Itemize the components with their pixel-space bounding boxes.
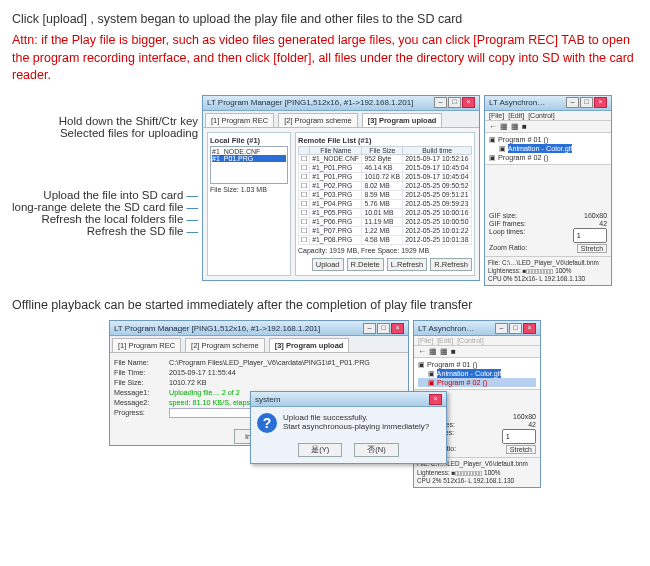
callout-selected: Selected files for uploading xyxy=(12,127,198,139)
table-row[interactable]: ☐#1_P07.PRG1.22 MB2012-05-25 10:01:22 xyxy=(299,226,472,235)
tree-item[interactable]: ▣ Program # 01 () xyxy=(418,360,536,369)
progress-label: Progress: xyxy=(114,408,169,418)
gif-frames-label: GIF frames: xyxy=(489,220,526,227)
props-panel: GIF size:160x80 GIF frames:42 Loop times… xyxy=(485,209,611,256)
tab-upload[interactable]: [3] Program upload xyxy=(269,338,350,352)
tool-grid2-icon[interactable]: ▦ xyxy=(440,347,448,356)
table-row[interactable]: ☐#1_P08.PRG4.58 MB2012-05-25 10:01:38 xyxy=(299,235,472,244)
titlebar: system × xyxy=(251,392,446,407)
upload-button[interactable]: Upload xyxy=(312,258,344,271)
maximize-icon[interactable]: □ xyxy=(580,97,593,108)
dialog-title: system xyxy=(255,395,280,404)
table-row[interactable]: ☐#1_P01.PRG1010.72 KB2015-09-17 10:45:04 xyxy=(299,172,472,181)
tab-scheme[interactable]: [2] Program scheme xyxy=(185,338,265,352)
local-title: Local File (#1) xyxy=(210,135,288,146)
callout-upload: Upload the file into SD card — xyxy=(12,189,198,201)
rdelete-button[interactable]: R.Delete xyxy=(347,258,384,271)
figure-2: LT Program Manager [PING1,512x16, #1->19… xyxy=(12,320,638,488)
close-icon[interactable]: × xyxy=(429,394,442,405)
loop-input[interactable] xyxy=(573,228,607,243)
dialog-line2: Start asynchronous-playing immediately? xyxy=(283,422,429,431)
table-row[interactable]: ☐#1_P02.PRG8.02 MB2012-05-25 09:50:52 xyxy=(299,181,472,190)
cpu-status: CPU 2% 512x16- L 192.168.1.130 xyxy=(417,477,537,485)
col-check xyxy=(299,146,310,154)
file-name-label: File Name: xyxy=(114,358,169,367)
table-row[interactable]: ☐#1_P03.PRG8.59 MB2012-05-25 09:51:21 xyxy=(299,190,472,199)
tool-grid-icon[interactable]: ▦ xyxy=(429,347,437,356)
dialog-message: Upload file successfully. Start asynchro… xyxy=(283,413,429,431)
gif-size-value: 160x80 xyxy=(584,212,607,219)
table-row[interactable]: ☐#1_P06.PRG11.19 MB2012-05-25 10:00:50 xyxy=(299,217,472,226)
tab-rec[interactable]: [1] Program REC xyxy=(205,113,274,127)
minimize-icon[interactable]: – xyxy=(363,323,376,334)
tree-item[interactable]: ▣ Program # 01 () xyxy=(489,135,607,144)
tool-back-icon[interactable]: ← xyxy=(489,122,497,131)
tree-item[interactable]: ▣ Program # 02 () xyxy=(489,153,607,162)
zoom-value: Stretch xyxy=(577,244,607,253)
local-group: Local File (#1) #1_NODE.CNF #1_P01.PRG F… xyxy=(207,132,291,276)
tab-upload[interactable]: [3] Program upload xyxy=(362,113,443,127)
tree-item[interactable]: ▣ Animation - Color.gif xyxy=(489,144,607,153)
local-listbox[interactable]: #1_NODE.CNF #1_P01.PRG xyxy=(210,146,288,184)
toolbar: ← ▦ ▦ ■ xyxy=(485,121,611,133)
rrefresh-button[interactable]: R.Refresh xyxy=(430,258,472,271)
file-name-value: C:\Program Files\LED_Player_V6\cardata\P… xyxy=(169,358,370,367)
close-icon[interactable]: × xyxy=(594,97,607,108)
menu-control[interactable]: [Control] xyxy=(457,337,483,344)
callout-rdelete: long-range delete the SD card file — xyxy=(12,201,198,213)
no-button[interactable]: 否(N) xyxy=(354,443,398,457)
window-title: LT Asynchron… xyxy=(489,98,545,107)
titlebar: LT Asynchron… – □ × xyxy=(485,96,611,111)
gif-size-value: 160x80 xyxy=(513,413,536,420)
menu-file[interactable]: [File] xyxy=(418,337,433,344)
menu-control[interactable]: [Control] xyxy=(528,112,554,119)
tool-grid-icon[interactable]: ▦ xyxy=(500,122,508,131)
close-icon[interactable]: × xyxy=(462,97,475,108)
tree-item[interactable]: ▣ Program # 02 () xyxy=(418,378,536,387)
table-row[interactable]: ☐#1_NODE.CNF952 Byte2015-09-17 10:52:16 xyxy=(299,154,472,163)
loop-input[interactable] xyxy=(502,429,536,444)
program-tree: ▣ Program # 01 () ▣ Animation - Color.gi… xyxy=(414,358,540,390)
list-item[interactable]: #1_NODE.CNF xyxy=(212,148,286,155)
lrefresh-button[interactable]: L.Refresh xyxy=(387,258,428,271)
yes-button[interactable]: 是(Y) xyxy=(298,443,342,457)
maximize-icon[interactable]: □ xyxy=(509,323,522,334)
dialog-line1: Upload file successfully. xyxy=(283,413,429,422)
tool-back-icon[interactable]: ← xyxy=(418,347,426,356)
menu-edit[interactable]: [Edit] xyxy=(437,337,453,344)
menu-edit[interactable]: [Edit] xyxy=(508,112,524,119)
tree-item[interactable]: ▣ Animation - Color.gif xyxy=(418,369,536,378)
maximize-icon[interactable]: □ xyxy=(377,323,390,334)
tool-grid2-icon[interactable]: ▦ xyxy=(511,122,519,131)
attn-text: Attn: if the Play file is bigger, such a… xyxy=(12,32,638,85)
minimize-icon[interactable]: – xyxy=(434,97,447,108)
close-icon[interactable]: × xyxy=(391,323,404,334)
sub-text: Offline playback can be started immediat… xyxy=(12,298,638,312)
gif-size-label: GIF size: xyxy=(489,212,517,219)
maximize-icon[interactable]: □ xyxy=(448,97,461,108)
question-icon: ? xyxy=(257,413,277,433)
table-row[interactable]: ☐#1_P04.PRG5.76 MB2012-05-25 09:59:23 xyxy=(299,199,472,208)
tabs: [1] Program REC [2] Program scheme [3] P… xyxy=(203,111,479,128)
file-size-label: File Size: xyxy=(114,378,169,387)
table-row[interactable]: ☐#1_P05.PRG10.01 MB2012-05-25 10:00:16 xyxy=(299,208,472,217)
system-dialog: system × ? Upload file successfully. Sta… xyxy=(250,391,447,464)
msg1-value: Uploading file… 2 of 2 xyxy=(169,388,240,397)
titlebar: LT Program Manager [PING1,512x16, #1->19… xyxy=(203,96,479,111)
lightness: Lighteness: ■▯▯▯▯▯▯▯▯▯ 100% xyxy=(417,469,537,477)
table-row[interactable]: ☐#1_P01.PRG46.14 KB2015-09-17 10:45:04 xyxy=(299,163,472,172)
menu-file[interactable]: [File] xyxy=(489,112,504,119)
figure-1: Hold down the Shift/Ctr key Selected fil… xyxy=(12,95,638,287)
minimize-icon[interactable]: – xyxy=(566,97,579,108)
tab-rec[interactable]: [1] Program REC xyxy=(112,338,181,352)
tool-stop-icon[interactable]: ■ xyxy=(451,347,456,356)
close-icon[interactable]: × xyxy=(523,323,536,334)
list-item-selected[interactable]: #1_P01.PRG xyxy=(212,155,286,162)
minimize-icon[interactable]: – xyxy=(495,323,508,334)
titlebar: LT Program Manager [PING1,512x16, #1->19… xyxy=(110,321,408,336)
tool-stop-icon[interactable]: ■ xyxy=(522,122,527,131)
tabs: [1] Program REC [2] Program scheme [3] P… xyxy=(110,336,408,353)
loop-label: Loop times: xyxy=(489,228,525,243)
tab-scheme[interactable]: [2] Program scheme xyxy=(278,113,358,127)
menubar: [File] [Edit] [Control] xyxy=(414,336,540,346)
